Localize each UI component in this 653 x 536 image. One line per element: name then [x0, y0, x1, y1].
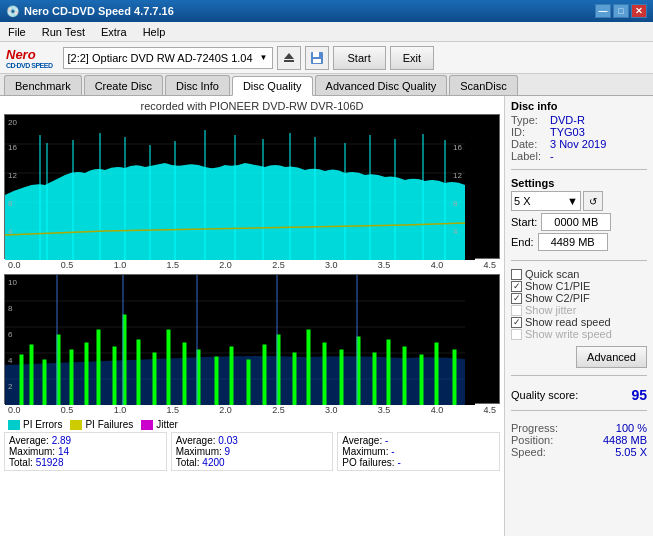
x-label-b45: 4.5	[483, 405, 496, 415]
save-button[interactable]	[305, 46, 329, 70]
tab-advanced-disc-quality[interactable]: Advanced Disc Quality	[315, 75, 448, 95]
position-row: Position: 4488 MB	[511, 434, 647, 446]
minimize-button[interactable]: —	[595, 4, 611, 18]
pi-errors-chart: 20 16 12 8 4 16 12 8 4	[4, 114, 500, 259]
total-value-1: 51928	[36, 457, 64, 468]
drive-selector[interactable]: [2:2] Optiarc DVD RW AD-7240S 1.04 ▼	[63, 47, 273, 69]
x-label-b2: 2.0	[219, 405, 232, 415]
show-c1-pie-checkbox[interactable]	[511, 281, 522, 292]
menu-bar: File Run Test Extra Help	[0, 22, 653, 42]
show-write-speed-label: Show write speed	[525, 328, 612, 340]
end-mb-input[interactable]	[538, 233, 608, 251]
x-label-25: 2.5	[272, 260, 285, 270]
pi-errors-label: PI Errors	[23, 419, 62, 430]
po-failures-value: -	[397, 457, 400, 468]
svg-rect-67	[403, 347, 406, 405]
svg-rect-41	[20, 355, 23, 405]
label-value: -	[550, 150, 554, 162]
svg-text:4: 4	[8, 227, 13, 236]
svg-rect-1	[284, 60, 294, 62]
jitter-label: Jitter	[156, 419, 178, 430]
svg-text:16: 16	[8, 143, 17, 152]
refresh-button[interactable]: ↺	[583, 191, 603, 211]
svg-text:2: 2	[8, 382, 13, 391]
quick-scan-checkbox[interactable]	[511, 269, 522, 280]
tab-disc-info[interactable]: Disc Info	[165, 75, 230, 95]
disc-info-section: Disc info Type: DVD-R ID: TYG03 Date: 3 …	[511, 100, 647, 162]
drive-dropdown-arrow: ▼	[260, 53, 268, 62]
total-value-2: 4200	[202, 457, 224, 468]
date-value: 3 Nov 2019	[550, 138, 606, 150]
svg-rect-57	[247, 360, 250, 405]
svg-text:8: 8	[8, 304, 13, 313]
disc-date-row: Date: 3 Nov 2019	[511, 138, 647, 150]
x-label-b1: 1.0	[114, 405, 127, 415]
max-label-3: Maximum:	[342, 446, 388, 457]
tab-disc-quality[interactable]: Disc Quality	[232, 76, 313, 96]
speed-row: Speed: 5.05 X	[511, 446, 647, 458]
settings-section: Settings 5 X ▼ ↺ Start: End:	[511, 177, 647, 253]
svg-rect-43	[43, 360, 46, 405]
show-read-speed-checkbox[interactable]	[511, 317, 522, 328]
drive-label: [2:2] Optiarc DVD RW AD-7240S 1.04	[68, 52, 253, 64]
svg-rect-50	[137, 340, 140, 405]
svg-rect-65	[373, 353, 376, 405]
tab-create-disc[interactable]: Create Disc	[84, 75, 163, 95]
show-c2-pif-checkbox[interactable]	[511, 293, 522, 304]
type-value: DVD-R	[550, 114, 585, 126]
max-label-1: Maximum:	[9, 446, 55, 457]
svg-rect-52	[167, 330, 170, 405]
show-c1-pie-row: Show C1/PIE	[511, 280, 647, 292]
show-read-speed-label: Show read speed	[525, 316, 611, 328]
jitter-color	[141, 420, 153, 430]
x-label-b35: 3.5	[378, 405, 391, 415]
logo-sub: CD·DVD SPEED	[6, 62, 53, 69]
maximize-button[interactable]: □	[613, 4, 629, 18]
close-button[interactable]: ✕	[631, 4, 647, 18]
max-value-2: 9	[225, 446, 231, 457]
menu-file[interactable]: File	[4, 25, 30, 39]
exit-button[interactable]: Exit	[390, 46, 434, 70]
speed-combo[interactable]: 5 X ▼	[511, 191, 581, 211]
disc-info-title: Disc info	[511, 100, 647, 112]
start-mb-input[interactable]	[541, 213, 611, 231]
eject-icon	[282, 51, 296, 65]
svg-text:6: 6	[8, 330, 13, 339]
speed-arrow: ▼	[567, 195, 578, 207]
settings-title: Settings	[511, 177, 647, 189]
x-label-b05: 0.5	[61, 405, 74, 415]
svg-rect-3	[313, 52, 319, 57]
x-label-b4: 4.0	[431, 405, 444, 415]
disc-id-row: ID: TYG03	[511, 126, 647, 138]
app-icon: 💿	[6, 5, 20, 18]
tab-scandisc[interactable]: ScanDisc	[449, 75, 517, 95]
svg-text:12: 12	[8, 171, 17, 180]
show-write-speed-row: Show write speed	[511, 328, 647, 340]
x-label-45: 4.5	[483, 260, 496, 270]
show-c1-pie-label: Show C1/PIE	[525, 280, 590, 292]
show-jitter-checkbox	[511, 305, 522, 316]
pi-errors-stats: Average: 2.89 Maximum: 14 Total: 51928	[4, 432, 167, 471]
position-label: Position:	[511, 434, 553, 446]
start-button[interactable]: Start	[333, 46, 386, 70]
svg-text:4: 4	[453, 227, 458, 236]
eject-button[interactable]	[277, 46, 301, 70]
menu-run-test[interactable]: Run Test	[38, 25, 89, 39]
app-title: Nero CD-DVD Speed 4.7.7.16	[24, 5, 174, 17]
svg-text:4: 4	[8, 356, 13, 365]
jitter-stats: Average: - Maximum: - PO failures: -	[337, 432, 500, 471]
speed-setting: 5 X ▼ ↺	[511, 191, 647, 211]
legend-jitter: Jitter	[141, 419, 178, 430]
svg-rect-62	[323, 343, 326, 405]
menu-extra[interactable]: Extra	[97, 25, 131, 39]
svg-rect-4	[313, 59, 321, 63]
menu-help[interactable]: Help	[139, 25, 170, 39]
advanced-button[interactable]: Advanced	[576, 346, 647, 368]
max-label-2: Maximum:	[176, 446, 222, 457]
po-failures-label: PO failures:	[342, 457, 394, 468]
stats-area: Average: 2.89 Maximum: 14 Total: 51928 A…	[4, 432, 500, 471]
logo: Nero CD·DVD SPEED	[6, 47, 53, 69]
id-label: ID:	[511, 126, 546, 138]
tab-benchmark[interactable]: Benchmark	[4, 75, 82, 95]
legend-pi-failures: PI Failures	[70, 419, 133, 430]
